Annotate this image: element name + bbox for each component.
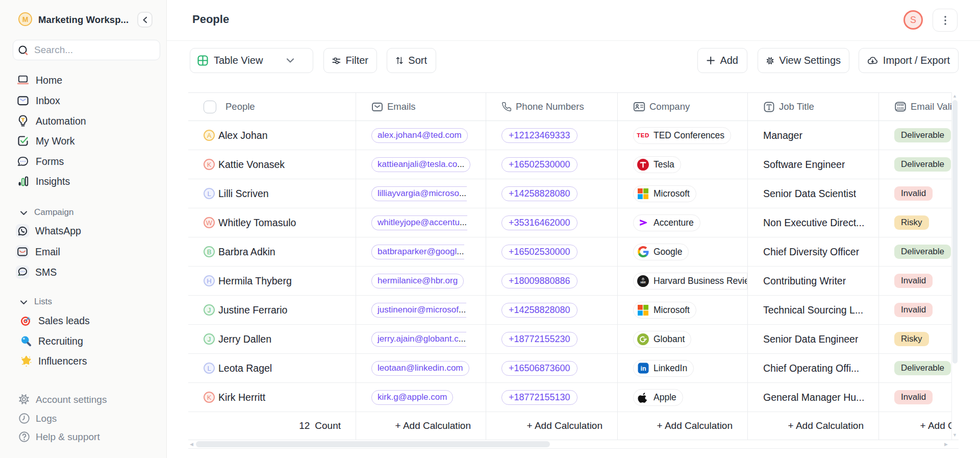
svg-text:in: in <box>640 365 646 372</box>
svg-text:HBR: HBR <box>641 281 646 283</box>
